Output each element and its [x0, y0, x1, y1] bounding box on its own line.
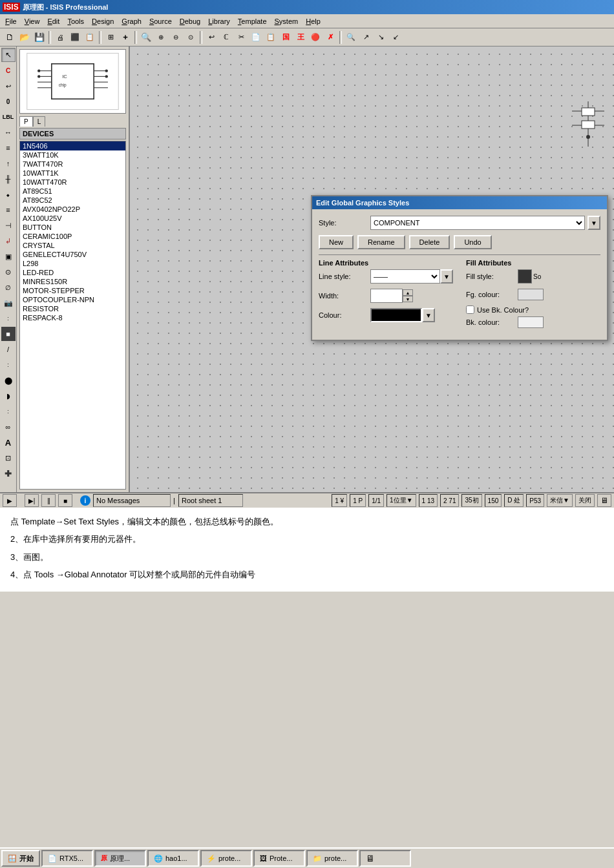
junc-tool[interactable]: ↑: [1, 156, 16, 170]
step-btn[interactable]: ▶|: [25, 494, 39, 507]
menu-library[interactable]: Library: [204, 16, 234, 26]
new-style-button[interactable]: New: [319, 235, 354, 249]
hier-tool[interactable]: ↲: [1, 234, 16, 248]
list-item-14[interactable]: LED-RED: [20, 268, 125, 277]
menu-debug[interactable]: Debug: [176, 16, 204, 26]
special3-button[interactable]: 🔴: [308, 30, 323, 45]
list-item-18[interactable]: RESISTOR: [20, 304, 125, 313]
list-item-16[interactable]: MOTOR-STEPPER: [20, 286, 125, 295]
stop-btn[interactable]: ■: [58, 494, 72, 507]
list-item-7[interactable]: AVX0402NPO22P: [20, 205, 125, 214]
taskbar-item-0[interactable]: 📄 RTX5...: [41, 850, 93, 867]
colour-dropdown[interactable]: ▼: [422, 308, 435, 322]
list-item-9[interactable]: BUTTON: [20, 223, 125, 232]
menu-help[interactable]: Help: [302, 16, 324, 26]
width-up[interactable]: ▲: [403, 289, 413, 296]
undo-tool[interactable]: C: [1, 63, 16, 78]
save-button[interactable]: 💾: [32, 30, 47, 45]
taskbar-item-4[interactable]: 🖼 Prote...: [253, 850, 305, 867]
zoom-fit-button[interactable]: ⊙: [184, 30, 198, 45]
fe-label[interactable]: 米信▼: [547, 494, 573, 507]
zoom-minus-button[interactable]: ⊖: [169, 30, 183, 45]
style-dropdown-btn[interactable]: ▼: [588, 216, 600, 230]
toolbar-c[interactable]: ℂ: [219, 30, 233, 45]
undo-btn2[interactable]: ↩: [204, 30, 218, 45]
toolbar-plus[interactable]: +: [118, 30, 132, 45]
play-btn[interactable]: ▶: [3, 494, 17, 507]
arc-tool[interactable]: ◗: [1, 389, 16, 403]
menu-system[interactable]: System: [271, 16, 302, 26]
special2-button[interactable]: 王: [293, 30, 308, 45]
search-button[interactable]: 🔍: [344, 30, 358, 45]
param-tool[interactable]: ≡: [1, 203, 16, 217]
wire-tool[interactable]: 0: [1, 94, 16, 108]
list-item-10[interactable]: CERAMIC100P: [20, 232, 125, 241]
arrow-tool[interactable]: ↔: [1, 125, 16, 140]
list-item-17[interactable]: OPTOCOUPLER-NPN: [20, 295, 125, 304]
circle-tool[interactable]: ⬤: [1, 373, 16, 388]
undo-button2[interactable]: Undo: [454, 235, 491, 249]
tab-l[interactable]: L: [33, 116, 46, 127]
line-tool[interactable]: /: [1, 342, 16, 356]
grid-button[interactable]: ⊞: [103, 30, 118, 45]
list-item-6[interactable]: AT89C52: [20, 196, 125, 205]
redo-tool[interactable]: ↩: [1, 79, 16, 93]
list-item-0[interactable]: 1N5406: [20, 141, 125, 150]
list-item-15[interactable]: MINRES150R: [20, 277, 125, 286]
cross-tool[interactable]: ✚: [1, 466, 16, 480]
rect-tool[interactable]: ■: [1, 327, 16, 341]
menu-graph[interactable]: Graph: [118, 16, 145, 26]
box-tool[interactable]: ▣: [1, 249, 16, 264]
list-item-11[interactable]: CRYSTAL: [20, 241, 125, 250]
diode-tool[interactable]: ⬥: [1, 187, 16, 202]
menu-source[interactable]: Source: [145, 16, 176, 26]
pause-btn[interactable]: ‖: [41, 494, 56, 507]
special1-button[interactable]: 国: [279, 30, 293, 45]
arrow1-button[interactable]: ↗: [359, 30, 373, 45]
rename-button[interactable]: Rename: [357, 235, 405, 249]
inf-tool[interactable]: ∞: [1, 420, 16, 434]
list-item-1[interactable]: 3WATT10K: [20, 150, 125, 160]
list-item-13[interactable]: L298: [20, 259, 125, 268]
bk-colour-picker[interactable]: [518, 316, 544, 328]
list-item-2[interactable]: 7WATT470R: [20, 160, 125, 169]
component-list[interactable]: 1N5406 3WATT10K 7WATT470R 10WATT1K 10WAT…: [19, 141, 126, 490]
taskbar-item-2[interactable]: 🌐 hao1...: [147, 850, 199, 867]
zoom-in-button[interactable]: 🔍: [139, 30, 153, 45]
noconn-tool[interactable]: ╫: [1, 172, 16, 186]
arrow3-button[interactable]: ↙: [388, 30, 403, 45]
list-item-3[interactable]: 10WATT1K: [20, 169, 125, 178]
graph-tool[interactable]: 📷: [1, 296, 16, 310]
width-down[interactable]: ▼: [403, 296, 413, 302]
cut-button[interactable]: ✂: [234, 30, 248, 45]
taskbar-item-1[interactable]: 原 原理...: [94, 850, 146, 867]
clip-button[interactable]: 📄: [249, 30, 263, 45]
delete-button2[interactable]: Delete: [409, 235, 450, 249]
list-item-8[interactable]: AX100U25V: [20, 214, 125, 223]
tab-p[interactable]: P: [19, 116, 33, 127]
new-button[interactable]: 🗋: [3, 30, 17, 45]
list-item-19[interactable]: RESPACK-8: [20, 313, 125, 322]
width-input[interactable]: 16th: [370, 289, 403, 303]
taskbar-item-3[interactable]: ⚡ prote...: [200, 850, 252, 867]
menu-view[interactable]: View: [21, 16, 44, 26]
zoom-plus-button[interactable]: ⊕: [154, 30, 168, 45]
monitor-btn[interactable]: 🖥: [597, 494, 611, 507]
taskbar-item-5[interactable]: 📁 prote...: [306, 850, 358, 867]
style-select[interactable]: COMPONENT: [370, 216, 585, 230]
lbl-tool[interactable]: LBL: [1, 110, 16, 124]
text-tool[interactable]: A: [1, 435, 16, 450]
colour-picker[interactable]: [370, 308, 422, 322]
xx-btn[interactable]: 关闭: [575, 494, 595, 507]
line-style-dropdown[interactable]: ▼: [440, 269, 453, 284]
bus-tool[interactable]: ≡: [1, 141, 16, 155]
line-style-select[interactable]: —— - - -: [370, 269, 440, 284]
menu-tools[interactable]: Tools: [63, 16, 88, 26]
term-tool[interactable]: ⊣: [1, 218, 16, 232]
arrow2-button[interactable]: ↘: [374, 30, 388, 45]
probe-tool[interactable]: ⊙: [1, 265, 16, 279]
copy-button[interactable]: ⬛: [68, 30, 82, 45]
menu-edit[interactable]: Edit: [43, 16, 63, 26]
use-bk-checkbox[interactable]: [466, 305, 474, 314]
menu-template[interactable]: Template: [234, 16, 271, 26]
